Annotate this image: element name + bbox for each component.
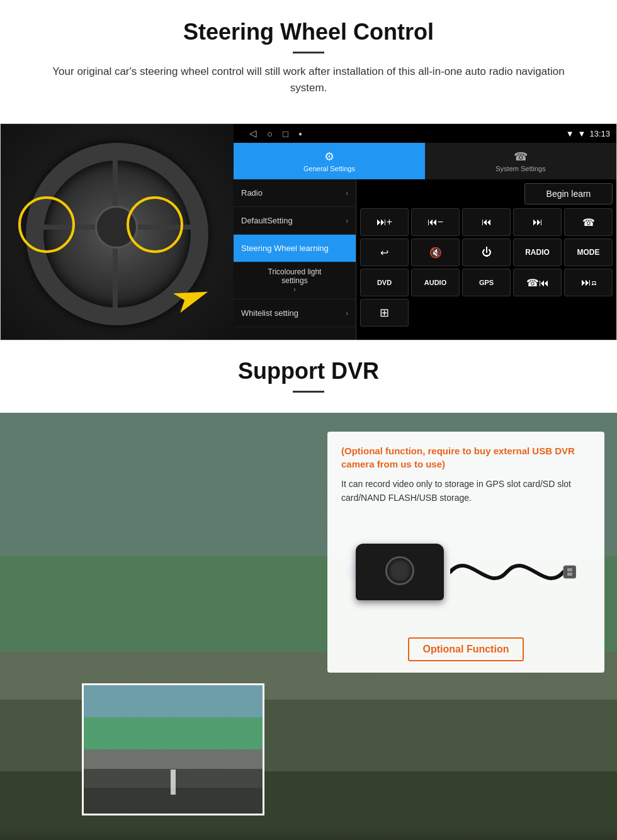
menu-label-whitelist: Whitelist setting [241, 308, 298, 318]
control-buttons-panel: Begin learn ⏭+ ⏮− ⏮ ⏭ ☎ ↩ 🔇 ⏻ RADIO MODE [356, 179, 616, 340]
vol-up-button[interactable]: ⏭+ [360, 208, 409, 236]
prev-button[interactable]: ⏮ [462, 208, 511, 236]
steering-demo: ◁ ○ □ ▪ ▼ ▼ 13:13 ⚙ General Settings ☎ S… [0, 123, 617, 340]
menu-item-steering-learning[interactable]: Steering Wheel learning › [234, 235, 356, 262]
steering-photo [1, 124, 234, 340]
dvr-optional-text: (Optional function, require to buy exter… [341, 444, 591, 471]
begin-learn-row: Begin learn [360, 183, 613, 204]
mute-button[interactable]: 🔇 [411, 238, 460, 266]
hangup-button[interactable]: ↩ [360, 238, 409, 266]
chevron-icon: › [293, 285, 296, 294]
menu-label-radio: Radio [241, 188, 263, 198]
signal-icon: ▼ [566, 129, 574, 138]
dvd-button[interactable]: DVD [360, 269, 409, 296]
dvr-camera-illustration [341, 515, 591, 629]
menu-item-tricoloured[interactable]: Tricoloured lightsettings › [234, 262, 356, 300]
steering-section: Steering Wheel Control Your original car… [0, 0, 617, 123]
button-grid: ⏭+ ⏮− ⏮ ⏭ ☎ ↩ 🔇 ⏻ RADIO MODE DVD AUDIO G… [360, 208, 613, 327]
call-prev-button[interactable]: ☎⏮ [513, 269, 562, 296]
menu-label-default: DefaultSetting [241, 216, 293, 225]
system-icon: ☎ [514, 150, 528, 164]
title-divider [293, 52, 324, 53]
page-title: Steering Wheel Control [25, 19, 592, 45]
svg-rect-2 [567, 573, 572, 576]
dvr-section: Support DVR (Optional function, require … [0, 340, 617, 840]
arrow-icon [177, 278, 227, 316]
dvr-info-card: (Optional function, require to buy exter… [327, 432, 604, 673]
next-call-button[interactable]: ⏭☎ [564, 269, 613, 296]
android-tabs: ⚙ General Settings ☎ System Settings [234, 143, 616, 179]
highlight-circle-right [127, 196, 183, 253]
radio-button[interactable]: RADIO [513, 238, 562, 266]
highlight-circle-left [18, 196, 75, 253]
chevron-icon: › [346, 189, 348, 198]
tab-system-label: System Settings [495, 165, 545, 172]
chevron-icon: › [346, 216, 348, 225]
menu-label-tricoloured: Tricoloured lightsettings [268, 267, 322, 285]
tab-general-settings[interactable]: ⚙ General Settings [234, 143, 425, 179]
chevron-icon: › [346, 309, 348, 318]
status-icons: ▼ ▼ 13:13 [566, 129, 610, 138]
chevron-icon: › [346, 244, 348, 253]
recent-icon[interactable]: □ [283, 128, 288, 139]
back-icon[interactable]: ◁ [249, 128, 257, 139]
tab-system-settings[interactable]: ☎ System Settings [425, 143, 616, 179]
menu-label-steering: Steering Wheel learning [241, 244, 329, 253]
vol-down-button[interactable]: ⏮− [411, 208, 460, 236]
menu-item-whitelist[interactable]: Whitelist setting › [234, 300, 356, 327]
gps-button[interactable]: GPS [462, 269, 511, 296]
tab-general-label: General Settings [303, 165, 355, 172]
power-button[interactable]: ⏻ [462, 238, 511, 266]
dvr-thumbnail [82, 683, 264, 815]
section-subtitle: Your original car's steering wheel contr… [44, 64, 573, 96]
call-button[interactable]: ☎ [564, 208, 613, 236]
dvr-background-image: (Optional function, require to buy exter… [0, 413, 617, 840]
time-display: 13:13 [589, 129, 610, 138]
wifi-icon: ▼ [578, 129, 586, 138]
dvr-title-area: Support DVR [0, 340, 617, 413]
begin-learn-button[interactable]: Begin learn [524, 183, 613, 204]
menu-icon[interactable]: ▪ [298, 128, 302, 139]
dvr-camera-device [356, 544, 444, 600]
extra-button[interactable]: ⊞ [360, 299, 409, 327]
home-icon[interactable]: ○ [267, 128, 273, 139]
next-button[interactable]: ⏭ [513, 208, 562, 236]
android-menu: Radio › DefaultSetting › Steering Wheel … [234, 179, 356, 340]
usb-cable-svg [450, 544, 576, 600]
nav-icons: ◁ ○ □ ▪ [249, 128, 302, 139]
svg-rect-0 [563, 566, 576, 578]
dashboard-fade [0, 828, 617, 840]
android-content: Radio › DefaultSetting › Steering Wheel … [234, 179, 616, 340]
optional-function-badge: Optional Function [408, 637, 524, 661]
dvr-title: Support DVR [25, 358, 592, 384]
dvr-description: It can record video only to storage in G… [341, 477, 591, 505]
mode-button[interactable]: MODE [564, 238, 613, 266]
audio-button[interactable]: AUDIO [411, 269, 460, 296]
menu-item-default-setting[interactable]: DefaultSetting › [234, 207, 356, 235]
road-lane-marking [171, 770, 176, 795]
svg-rect-1 [567, 568, 572, 571]
status-bar: ◁ ○ □ ▪ ▼ ▼ 13:13 [234, 124, 616, 143]
settings-icon: ⚙ [324, 150, 334, 164]
menu-item-radio[interactable]: Radio › [234, 179, 356, 207]
android-ui-panel: ◁ ○ □ ▪ ▼ ▼ 13:13 ⚙ General Settings ☎ S… [234, 124, 616, 340]
dvr-divider [293, 391, 324, 393]
